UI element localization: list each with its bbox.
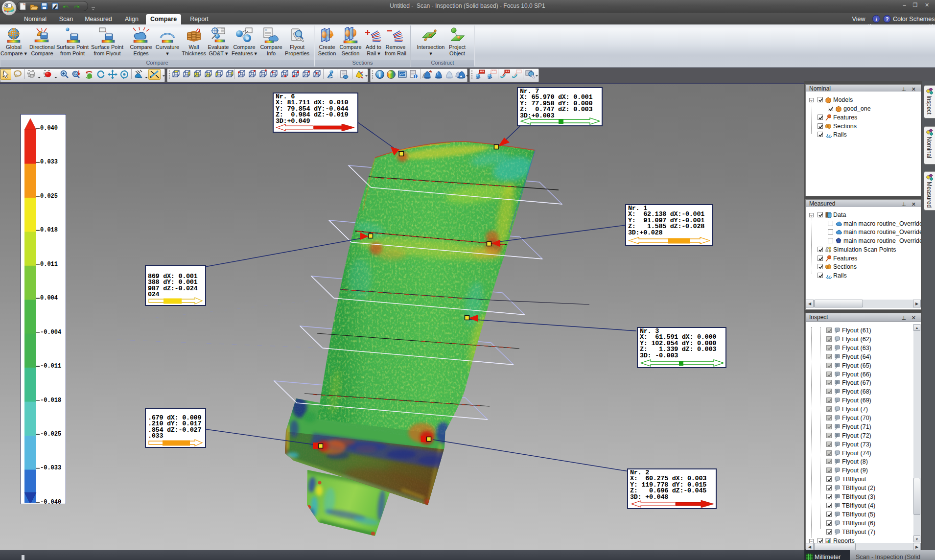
svg-text:?: ? [886, 16, 889, 22]
svg-text:G: G [73, 71, 77, 76]
